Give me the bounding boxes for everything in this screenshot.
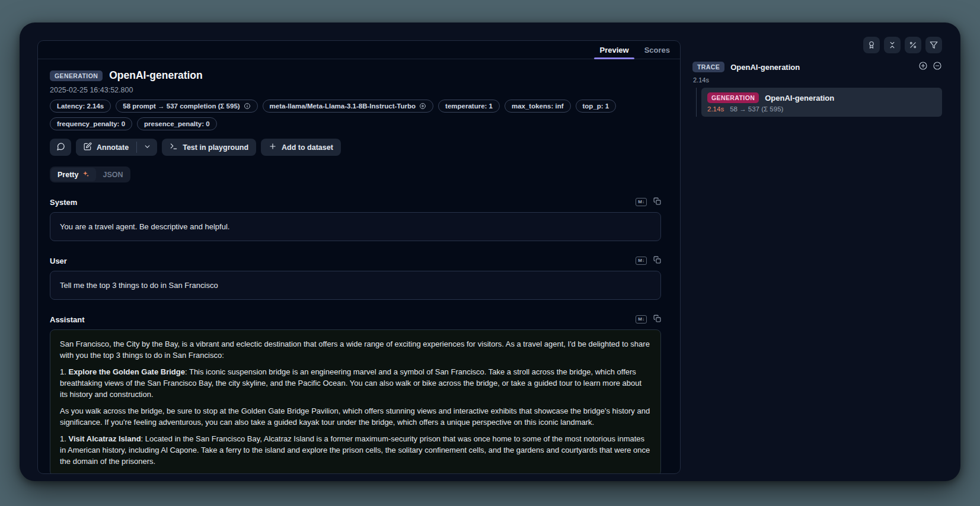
trace-sidebar: TRACE OpenAI-generation 2.14s GENERATION…	[692, 37, 942, 117]
action-row: Annotate Test in playground Add to data	[50, 139, 661, 156]
metadata-badge[interactable]: meta-llama/Meta-Llama-3.1-8B-Instruct-Tu…	[263, 100, 433, 113]
metadata-badge[interactable]: max_tokens: inf	[505, 100, 571, 113]
app-window: Preview Scores GENERATION OpenAI-generat…	[20, 23, 960, 481]
trace-duration: 2.14s	[693, 76, 942, 84]
user-label: User	[50, 257, 67, 265]
trace-root-row[interactable]: TRACE OpenAI-generation	[692, 61, 942, 73]
tree-controls	[918, 61, 942, 73]
copy-icon[interactable]	[653, 197, 661, 207]
percent-button[interactable]	[905, 37, 921, 53]
assistant-tools: M↓	[636, 314, 661, 325]
metadata-badge[interactable]: frequency_penalty: 0	[50, 117, 132, 130]
comment-icon	[56, 142, 65, 153]
generation-tree-item-selected[interactable]: GENERATION OpenAI-generation 2.14s 58 → …	[701, 88, 942, 117]
expand-all-icon[interactable]	[918, 61, 928, 73]
panel-body: GENERATION OpenAI-generation 2025-02-25 …	[38, 59, 680, 473]
generation-token-usage: 58 → 537 (Σ 595)	[730, 105, 783, 113]
metadata-badge[interactable]: temperature: 1	[438, 100, 500, 113]
page-title: OpenAI-generation	[109, 69, 203, 82]
award-icon	[867, 41, 876, 49]
annotate-dropdown-button[interactable]	[137, 139, 157, 156]
plus-icon	[269, 142, 277, 152]
view-toggle: Pretty JSON	[50, 166, 130, 182]
add-to-dataset-label: Add to dataset	[282, 143, 333, 152]
metadata-badge[interactable]: Latency: 2.14s	[50, 100, 111, 113]
system-tools: M↓	[636, 197, 661, 207]
observation-preview-panel: Preview Scores GENERATION OpenAI-generat…	[37, 40, 681, 474]
badge-label: top_p: 1	[583, 103, 609, 110]
award-button[interactable]	[863, 37, 880, 53]
user-message-text: Tell me the top 3 things to do in San Fr…	[60, 281, 218, 290]
badge-label: temperature: 1	[445, 103, 493, 110]
toggle-pretty[interactable]: Pretty	[51, 168, 96, 181]
assistant-paragraph: As you walk across the bridge, be sure t…	[60, 405, 651, 428]
filter-icon	[930, 41, 938, 49]
system-message-text: You are a travel agent. Be descriptive a…	[60, 222, 229, 231]
badge-label: frequency_penalty: 0	[57, 120, 125, 127]
assistant-paragraph: 1. Visit Alcatraz Island: Located in the…	[60, 433, 651, 467]
markdown-toggle-icon[interactable]: M↓	[636, 198, 647, 206]
fold-vertical-icon	[888, 41, 896, 49]
assistant-message-box: San Francisco, the City by the Bay, is a…	[50, 329, 661, 473]
metadata-badge[interactable]: 58 prompt → 537 completion (Σ 595)	[116, 100, 257, 113]
metadata-badges: Latency: 2.14s58 prompt → 537 completion…	[50, 100, 643, 130]
assistant-paragraph: 1. Explore the Golden Gate Bridge: This …	[60, 366, 651, 400]
generation-type-badge: GENERATION	[50, 71, 103, 81]
tab-preview[interactable]: Preview	[592, 41, 636, 59]
assistant-paragraph: San Francisco, the City by the Bay, is a…	[60, 338, 651, 361]
system-message-box: You are a travel agent. Be descriptive a…	[50, 212, 661, 241]
terminal-icon	[170, 142, 178, 152]
annotate-button[interactable]: Annotate	[76, 139, 136, 156]
pretty-label: Pretty	[58, 171, 78, 179]
generation-duration: 2.14s	[707, 105, 724, 113]
user-heading-row: User M↓	[50, 255, 661, 266]
badge-label: meta-llama/Meta-Llama-3.1-8B-Instruct-Tu…	[270, 103, 416, 110]
badge-label: presence_penalty: 0	[144, 120, 210, 127]
add-to-dataset-button[interactable]: Add to dataset	[261, 139, 341, 156]
trace-title: OpenAI-generation	[730, 63, 800, 72]
badge-label: max_tokens: inf	[512, 103, 564, 110]
tree-indent-line	[696, 88, 697, 117]
tab-scores[interactable]: Scores	[637, 41, 678, 59]
system-heading-row: System M↓	[50, 197, 661, 207]
info-icon	[244, 103, 251, 110]
assistant-label: Assistant	[50, 315, 85, 324]
badge-label: 58 prompt → 537 completion (Σ 595)	[123, 103, 240, 110]
screen: Preview Scores GENERATION OpenAI-generat…	[0, 0, 980, 506]
title-row: GENERATION OpenAI-generation	[50, 69, 661, 82]
toggle-json[interactable]: JSON	[96, 168, 129, 181]
trace-tree: GENERATION OpenAI-generation 2.14s 58 → …	[692, 88, 942, 117]
annotate-split-button: Annotate	[76, 139, 157, 156]
plus-circle-icon	[419, 103, 426, 110]
preview-tabbar: Preview Scores	[38, 41, 680, 59]
annotate-label: Annotate	[97, 143, 129, 152]
timestamp: 2025-02-25 16:43:52.800	[50, 86, 661, 94]
trace-toolbar	[692, 37, 942, 53]
user-message-box: Tell me the top 3 things to do in San Fr…	[50, 271, 661, 300]
copy-icon[interactable]	[653, 255, 661, 266]
user-tools: M↓	[636, 255, 661, 266]
markdown-toggle-icon[interactable]: M↓	[636, 257, 647, 265]
chevron-down-icon	[143, 142, 151, 153]
tree-item-header: GENERATION OpenAI-generation	[707, 92, 936, 103]
test-in-playground-button[interactable]: Test in playground	[162, 139, 256, 156]
badge-label: Latency: 2.14s	[57, 103, 104, 110]
copy-icon[interactable]	[653, 314, 661, 325]
fold-vertical-button[interactable]	[884, 37, 901, 53]
test-in-playground-label: Test in playground	[183, 143, 248, 152]
edit-icon	[84, 142, 92, 152]
markdown-toggle-icon[interactable]: M↓	[636, 315, 647, 324]
sparkles-icon	[82, 170, 90, 180]
comment-button[interactable]	[50, 139, 71, 156]
percent-icon	[909, 41, 917, 49]
metadata-badge[interactable]: presence_penalty: 0	[137, 117, 217, 130]
system-label: System	[50, 198, 77, 207]
generation-title: OpenAI-generation	[765, 94, 834, 103]
generation-badge: GENERATION	[707, 92, 759, 103]
tree-item-metrics: 2.14s 58 → 537 (Σ 595)	[707, 105, 936, 113]
metadata-badge[interactable]: top_p: 1	[576, 100, 617, 113]
collapse-all-icon[interactable]	[933, 61, 942, 73]
trace-type-badge: TRACE	[692, 62, 724, 72]
assistant-heading-row: Assistant M↓	[50, 314, 661, 325]
filter-button[interactable]	[925, 37, 942, 53]
